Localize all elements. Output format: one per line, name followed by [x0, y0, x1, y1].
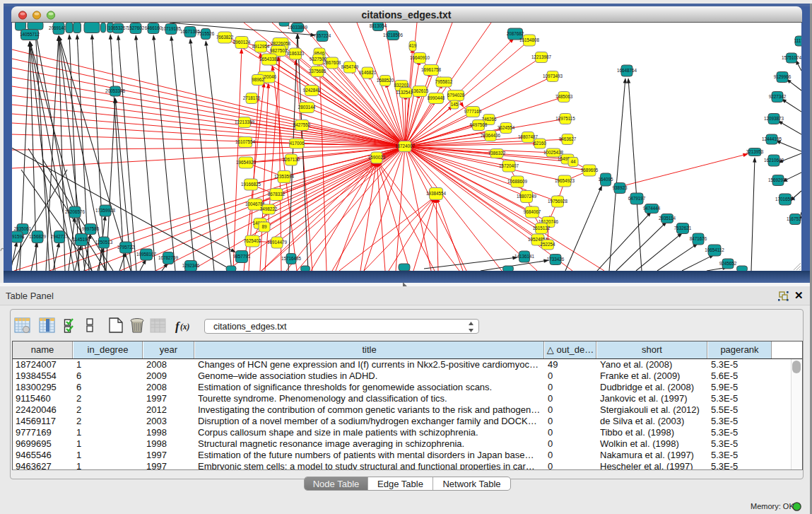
svg-text:8186323: 8186323 [287, 51, 305, 56]
svg-text:3624554: 3624554 [498, 125, 515, 130]
svg-text:19166825: 19166825 [241, 182, 261, 187]
svg-text:10653267: 10653267 [108, 25, 129, 30]
svg-text:7625402: 7625402 [244, 238, 261, 243]
svg-text:16782759: 16782759 [158, 255, 179, 260]
svg-text:1156829: 1156829 [29, 234, 47, 239]
svg-text:7632621: 7632621 [674, 226, 692, 230]
svg-text:3375685: 3375685 [309, 69, 326, 74]
svg-text:3213953: 3213953 [746, 149, 764, 154]
svg-text:17359928: 17359928 [95, 208, 116, 213]
svg-text:10654112: 10654112 [705, 247, 724, 252]
svg-text:9689695: 9689695 [581, 168, 599, 173]
svg-text:11173: 11173 [794, 38, 801, 43]
svg-text:6794028: 6794028 [447, 93, 465, 98]
svg-text:8960124: 8960124 [233, 40, 251, 45]
svg-text:10973493: 10973493 [543, 74, 563, 78]
svg-text:1145194: 1145194 [73, 237, 90, 242]
svg-text:20053346: 20053346 [105, 88, 126, 93]
svg-text:7485063: 7485063 [555, 94, 573, 99]
svg-text:7663822: 7663822 [216, 35, 234, 40]
svg-text:12213987: 12213987 [531, 54, 552, 59]
svg-text:10719185: 10719185 [161, 26, 182, 31]
svg-text:8471676: 8471676 [690, 236, 707, 241]
svg-text:9474444: 9474444 [643, 206, 661, 211]
svg-text:7955812: 7955812 [435, 79, 453, 84]
svg-text:19654923: 19654923 [555, 178, 575, 183]
svg-text:16640910: 16640910 [410, 55, 430, 60]
svg-text:9245652: 9245652 [719, 261, 737, 266]
svg-text:6497568: 6497568 [470, 122, 488, 127]
svg-text:(x): (x) [180, 322, 190, 332]
svg-text:6466160: 6466160 [145, 25, 163, 30]
svg-text:419: 419 [409, 43, 417, 48]
svg-text:3498222: 3498222 [260, 206, 278, 211]
svg-text:19654923: 19654923 [236, 160, 257, 165]
svg-text:2867608: 2867608 [324, 60, 341, 65]
svg-text:1250513: 1250513 [95, 240, 113, 245]
svg-text:1733426: 1733426 [547, 257, 565, 262]
svg-text:1590023: 1590023 [368, 155, 386, 160]
svg-text:9227342: 9227342 [769, 94, 787, 99]
svg-text:16914479: 16914479 [267, 240, 288, 245]
svg-text:1292346: 1292346 [182, 263, 200, 268]
svg-text:28226058: 28226058 [271, 41, 291, 46]
svg-text:98962: 98962 [252, 77, 264, 82]
svg-text:2803144: 2803144 [298, 105, 316, 110]
svg-text:3267130: 3267130 [283, 157, 300, 162]
svg-text:9827503: 9827503 [270, 48, 288, 53]
svg-text:14136141: 14136141 [514, 254, 535, 259]
svg-text:12444195: 12444195 [762, 136, 782, 141]
svg-text:8454749: 8454749 [341, 64, 359, 69]
svg-text:9777169: 9777169 [464, 109, 482, 114]
svg-text:18807249: 18807249 [517, 194, 537, 199]
svg-text:16648764: 16648764 [617, 68, 637, 73]
svg-text:15751074: 15751074 [782, 55, 801, 60]
svg-text:9463627: 9463627 [559, 136, 577, 141]
svg-text:9997586: 9997586 [82, 226, 100, 231]
svg-text:20206576: 20206576 [65, 209, 86, 214]
svg-text:15720407: 15720407 [499, 163, 519, 168]
svg-text:10958107: 10958107 [136, 252, 157, 257]
svg-text:16033809: 16033809 [288, 25, 308, 30]
svg-text:7357224: 7357224 [314, 33, 331, 38]
svg-text:16107554: 16107554 [235, 139, 256, 144]
svg-text:16961758: 16961758 [421, 67, 442, 72]
svg-text:417006: 417006 [289, 141, 305, 146]
svg-text:20364436: 20364436 [481, 133, 501, 138]
svg-text:1362615: 1362615 [411, 88, 429, 93]
svg-text:44: 44 [570, 159, 576, 164]
svg-text:2935114: 2935114 [659, 216, 676, 221]
svg-text:15692971: 15692971 [768, 177, 789, 182]
svg-text:7515526: 7515526 [197, 31, 215, 36]
svg-text:16154808: 16154808 [519, 37, 540, 42]
svg-text:8912954: 8912954 [252, 44, 270, 49]
svg-text:1615132: 1615132 [533, 226, 551, 230]
svg-text:9242848: 9242848 [303, 88, 321, 93]
svg-text:14055712: 14055712 [20, 32, 40, 37]
svg-text:145: 145 [451, 102, 459, 107]
svg-text:16543382: 16543382 [259, 57, 280, 62]
svg-text:19384554: 19384554 [426, 191, 447, 196]
svg-text:9129966: 9129966 [774, 74, 792, 79]
svg-text:2835061: 2835061 [14, 226, 32, 231]
svg-text:12975115: 12975115 [555, 116, 575, 121]
svg-text:19218506: 19218506 [383, 33, 404, 37]
svg-text:17016504: 17016504 [775, 197, 796, 201]
svg-text:8990448: 8990448 [428, 95, 445, 100]
svg-text:15716485: 15716485 [281, 256, 302, 261]
svg-text:62160: 62160 [534, 141, 546, 146]
svg-text:7386322: 7386322 [488, 151, 506, 156]
svg-text:6479197: 6479197 [628, 196, 646, 201]
svg-text:10807487: 10807487 [518, 134, 539, 139]
svg-text:938923: 938923 [612, 185, 628, 190]
svg-text:9684067: 9684067 [524, 209, 541, 214]
svg-text:391594: 391594 [12, 234, 25, 239]
svg-text:832203: 832203 [394, 83, 409, 88]
svg-text:9857791: 9857791 [233, 254, 251, 259]
svg-text:19756928: 19756928 [548, 199, 568, 204]
svg-text:16210643: 16210643 [764, 158, 784, 163]
svg-text:1527602: 1527602 [127, 25, 145, 30]
svg-text:9146821: 9146821 [359, 70, 377, 75]
svg-text:12213389: 12213389 [235, 119, 255, 124]
svg-text:10025438: 10025438 [543, 150, 564, 155]
